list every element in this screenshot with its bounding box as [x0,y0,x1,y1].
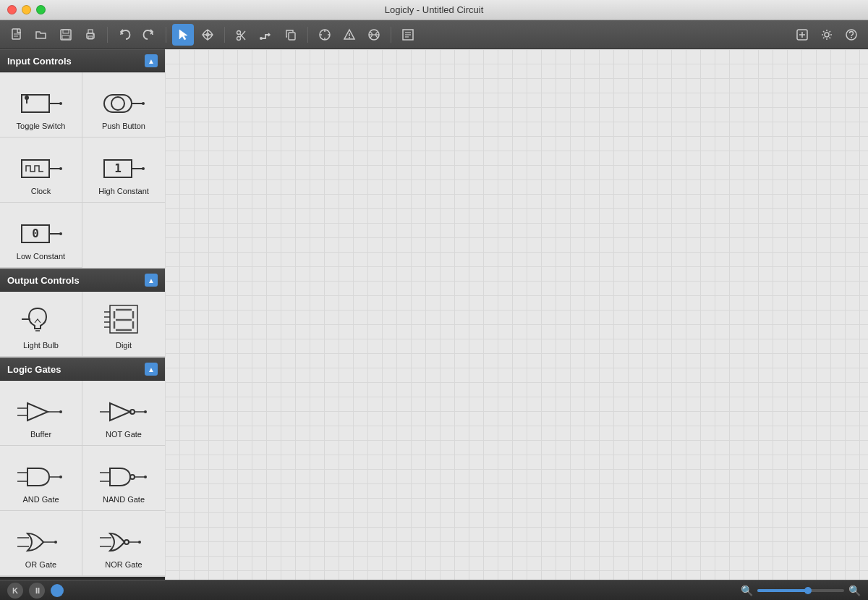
buffer-label: Buffer [30,429,51,439]
new-circuit-button[interactable] [791,24,813,46]
input-controls-header[interactable]: Input Controls ▲ [0,49,165,72]
circuit-canvas[interactable] [165,49,868,580]
close-button[interactable] [7,5,17,14]
canvas-area[interactable] [165,49,868,580]
svg-point-45 [142,102,145,105]
nor-gate-component[interactable]: NOR Gate [82,511,165,576]
pause-button[interactable]: ⏸ [29,583,45,599]
select-tool-button[interactable] [172,24,194,46]
output-controls-grid: Light Bulb [0,292,165,358]
sidebar-scroll[interactable]: Input Controls ▲ [0,49,165,580]
light-bulb-icon [16,301,67,337]
digit-label: Digit [116,340,132,350]
sidebar: Input Controls ▲ [0,49,165,580]
zoom-slider-fill [757,589,809,592]
toggle-switch-component[interactable]: Toggle Switch [0,72,82,138]
tool6-button[interactable] [314,24,336,46]
status-bar: K ⏸ 🔍 🔍 [0,580,868,600]
high-constant-label: High Constant [98,186,149,196]
notes-button[interactable] [397,24,419,46]
toolbar-separator-3 [224,27,225,43]
nor-gate-label: NOR Gate [105,559,142,570]
and-gate-component[interactable]: AND Gate [0,446,82,511]
low-constant-icon: 0 [16,219,67,248]
light-bulb-label: Light Bulb [23,340,59,350]
light-bulb-component[interactable]: Light Bulb [0,292,82,357]
zoom-slider[interactable] [757,589,844,592]
svg-point-92 [54,541,57,544]
redo-button[interactable] [138,24,160,46]
zoom-slider-thumb[interactable] [804,587,812,594]
save-file-button[interactable] [55,24,77,46]
nand-gate-component[interactable]: NAND Gate [82,446,165,511]
digit-icon [98,301,149,337]
svg-point-11 [237,36,241,40]
high-constant-component[interactable]: 1 High Constant [82,138,165,203]
logic-gates-arrow: ▲ [145,363,158,376]
new-file-button[interactable] [6,24,27,46]
not-gate-label: NOT Gate [106,429,142,439]
undo-button[interactable] [114,24,135,46]
main-area: Input Controls ▲ [0,49,868,580]
svg-point-43 [111,97,124,110]
toolbar-separator-2 [166,27,166,43]
svg-point-36 [851,37,852,38]
not-gate-component[interactable]: NOT Gate [82,381,165,446]
output-controls-header[interactable]: Output Controls ▲ [0,269,165,292]
zoom-controls: 🔍 🔍 [741,585,861,596]
status-blue-button[interactable] [51,584,64,597]
copy-tool-button[interactable] [280,24,302,46]
clock-component[interactable]: Clock [0,138,82,203]
k-button[interactable]: K [7,583,23,599]
svg-point-41 [59,102,62,105]
input-controls-arrow: ▲ [145,54,158,67]
tool7-button[interactable] [339,24,360,46]
open-file-button[interactable] [30,24,52,46]
or-gate-component[interactable]: OR Gate [0,511,82,576]
cut-wire-button[interactable] [231,24,252,46]
zoom-in-icon[interactable]: 🔍 [848,585,861,596]
toggle-switch-label: Toggle Switch [17,121,66,131]
digit-component[interactable]: Digit [82,292,165,357]
svg-point-12 [237,30,241,34]
output-controls-arrow: ▲ [145,274,158,287]
svg-point-52 [142,167,145,170]
pause-label: ⏸ [33,586,41,595]
low-constant-label: Low Constant [17,251,65,261]
svg-point-86 [130,475,135,479]
svg-point-95 [124,540,129,544]
buffer-icon [16,397,67,426]
wire-tool-button[interactable] [255,24,277,46]
toolbar [0,20,868,49]
logic-gates-header[interactable]: Logic Gates ▲ [0,358,165,381]
minimize-button[interactable] [22,5,31,14]
tool8-button[interactable] [363,24,385,46]
not-gate-icon [98,397,149,426]
svg-point-79 [144,410,147,413]
clock-label: Clock [31,186,51,196]
output-controls-label: Output Controls [7,275,80,286]
buffer-component[interactable]: Buffer [0,381,82,446]
svg-text:0: 0 [32,227,39,240]
svg-point-15 [260,37,263,40]
push-button-component[interactable]: Push Button [82,72,165,138]
low-constant-component[interactable]: 0 Low Constant [0,203,82,268]
svg-point-9 [93,34,94,35]
window-title: Logicly - Untitled Circuit [385,4,484,15]
svg-point-39 [25,96,29,100]
nor-gate-icon [98,528,149,557]
svg-point-56 [59,232,62,235]
zoom-out-icon[interactable]: 🔍 [741,585,753,596]
svg-point-75 [59,410,62,413]
or-gate-label: OR Gate [25,559,56,570]
input-controls-label: Input Controls [7,56,72,67]
high-constant-icon: 1 [98,154,149,183]
help-button[interactable] [841,24,862,46]
svg-point-77 [130,410,135,414]
maximize-button[interactable] [36,5,46,14]
svg-rect-16 [289,33,295,40]
print-button[interactable] [80,24,101,46]
pan-tool-button[interactable] [197,24,218,46]
settings-button[interactable] [816,24,838,46]
push-button-icon [98,89,149,118]
